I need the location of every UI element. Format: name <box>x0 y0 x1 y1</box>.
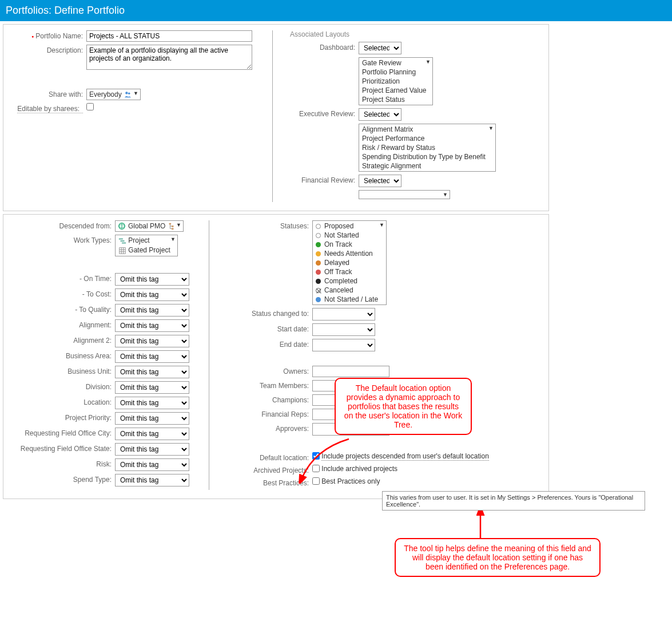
status-name: Canceled <box>324 286 353 294</box>
status-item[interactable]: Off Track <box>313 267 385 276</box>
start-date-label: Start date: <box>226 323 312 333</box>
executive-review-listbox[interactable]: ▼ Alignment Matrix Project Performance R… <box>359 124 496 172</box>
tag-select[interactable]: Omit this tag <box>115 458 189 471</box>
grid-icon <box>118 247 126 255</box>
tag-select[interactable]: Omit this tag <box>115 443 189 456</box>
callout-default-location: The Default location option provides a d… <box>335 378 472 435</box>
end-date-select[interactable] <box>312 339 375 351</box>
tag-select[interactable]: Omit this tag <box>115 273 189 286</box>
tag-label: - To Cost: <box>9 288 115 298</box>
portfolio-name-input[interactable] <box>86 30 252 42</box>
status-dot-icon <box>316 233 321 238</box>
share-with-value: Everybody <box>89 90 122 98</box>
status-name: Needs Attention <box>324 250 373 258</box>
list-item[interactable]: Spending Distribution by Type by Benefit <box>360 152 495 161</box>
tag-label: - To Quality: <box>9 304 115 314</box>
tag-label: Alignment: <box>9 319 115 329</box>
people-icon <box>124 90 132 98</box>
chevron-down-icon: ▼ <box>379 222 384 228</box>
team-members-label: Team Members: <box>226 380 312 390</box>
financial-review-listbox[interactable]: ▼ <box>359 190 450 199</box>
status-item[interactable]: On Track <box>313 240 385 249</box>
tag-select[interactable]: Omit this tag <box>115 381 189 394</box>
tag-select[interactable]: Omit this tag <box>115 319 189 332</box>
tag-label: Project Priority: <box>9 412 115 422</box>
status-changed-select[interactable] <box>312 308 375 321</box>
tag-select[interactable]: Omit this tag <box>115 304 189 317</box>
tag-label: Location: <box>9 397 115 406</box>
owners-input[interactable] <box>312 366 389 377</box>
champions-label: Champions: <box>226 394 312 404</box>
statuses-listbox[interactable]: ▼ ProposedNot StartedOn TrackNeeds Atten… <box>312 220 387 305</box>
list-item[interactable]: Alignment Matrix <box>360 125 495 134</box>
share-with-dropdown[interactable]: Everybody ▼ <box>86 89 141 100</box>
list-item[interactable]: Project Status <box>360 95 432 104</box>
list-item[interactable]: Portfolio Planning <box>360 68 432 77</box>
tag-select[interactable]: Omit this tag <box>115 288 189 301</box>
archived-projects-checkbox[interactable] <box>312 465 320 472</box>
best-practices-text: Best Practices only <box>321 477 380 485</box>
chevron-down-icon: ▼ <box>443 192 448 197</box>
tag-label: Business Area: <box>9 350 115 360</box>
status-item[interactable]: Needs Attention <box>313 249 385 258</box>
status-item[interactable]: Not Started / Late <box>313 295 385 304</box>
page-title: Portfolios: Define Portfolio <box>6 5 125 16</box>
tag-select[interactable]: Omit this tag <box>115 366 189 378</box>
tree-icon <box>168 222 176 230</box>
list-item[interactable]: Strategic Alignment <box>360 161 495 171</box>
svg-rect-5 <box>169 223 172 225</box>
description-textarea[interactable]: Example of a portfolio displaying all th… <box>86 45 252 70</box>
tag-select[interactable]: Omit this tag <box>115 397 189 409</box>
best-practices-checkbox[interactable] <box>312 477 320 485</box>
status-item[interactable]: Not Started <box>313 231 385 240</box>
work-types-listbox[interactable]: ▼ Project Gated Project <box>115 235 178 256</box>
start-date-select[interactable] <box>312 323 375 336</box>
editable-by-sharees-label: Editable by sharees: <box>17 103 83 113</box>
svg-rect-9 <box>121 240 125 242</box>
tag-select[interactable]: Omit this tag <box>115 428 189 440</box>
status-dot-icon <box>316 297 321 302</box>
tooltip-default-location: This varies from user to user. It is set… <box>382 491 645 502</box>
list-item[interactable]: Prioritization <box>360 77 432 86</box>
list-item[interactable]: Risk / Reward by Status <box>360 143 495 152</box>
list-item[interactable]: Gate Review <box>360 58 432 68</box>
status-dot-icon <box>316 260 321 266</box>
tag-label: Division: <box>9 381 115 391</box>
executive-review-select[interactable]: Selected <box>359 108 401 121</box>
dashboard-listbox[interactable]: ▼ Gate Review Portfolio Planning Priorit… <box>359 57 433 105</box>
status-item[interactable]: Delayed <box>313 258 385 267</box>
status-dot-icon <box>316 288 321 293</box>
status-dot-icon <box>316 270 321 275</box>
editable-by-sharees-checkbox[interactable] <box>86 103 94 110</box>
default-location-checkbox[interactable] <box>312 452 320 460</box>
approvers-label: Approvers: <box>226 423 312 433</box>
status-item[interactable]: Completed <box>313 276 385 286</box>
status-name: Off Track <box>324 268 352 276</box>
financial-review-select[interactable]: Selected <box>359 175 401 187</box>
status-name: Proposed <box>324 222 353 230</box>
status-item[interactable]: Proposed <box>313 221 385 231</box>
svg-rect-11 <box>120 247 126 254</box>
default-location-label: Default location: <box>226 452 312 462</box>
svg-rect-8 <box>119 238 123 239</box>
tag-select[interactable]: Omit this tag <box>115 350 189 363</box>
list-item[interactable]: Project Earned Value <box>360 86 432 95</box>
share-with-label: Share with: <box>9 89 86 98</box>
financial-reps-label: Financial Reps: <box>226 409 312 418</box>
executive-review-label: Executive Review: <box>290 108 359 118</box>
status-item[interactable]: Canceled <box>313 286 385 295</box>
work-types-label: Work Types: <box>9 235 115 244</box>
tag-select[interactable]: Omit this tag <box>115 412 189 425</box>
dashboard-select[interactable]: Selected <box>359 42 401 54</box>
list-item[interactable]: Gated Project <box>116 246 177 255</box>
list-item[interactable]: Project <box>116 236 177 246</box>
default-location-text: Include projects descended from user's d… <box>321 452 488 461</box>
descended-from-dropdown[interactable]: Global PMO ▼ <box>115 220 184 232</box>
list-item[interactable]: Project Performance <box>360 134 495 143</box>
archived-projects-label: Archived Projects: <box>226 465 312 474</box>
tag-select[interactable]: Omit this tag <box>115 474 189 486</box>
tag-select[interactable]: Omit this tag <box>115 335 189 347</box>
status-dot-icon <box>316 251 321 256</box>
chevron-down-icon: ▼ <box>133 90 138 96</box>
best-practices-label: Best Practices: <box>226 477 312 487</box>
